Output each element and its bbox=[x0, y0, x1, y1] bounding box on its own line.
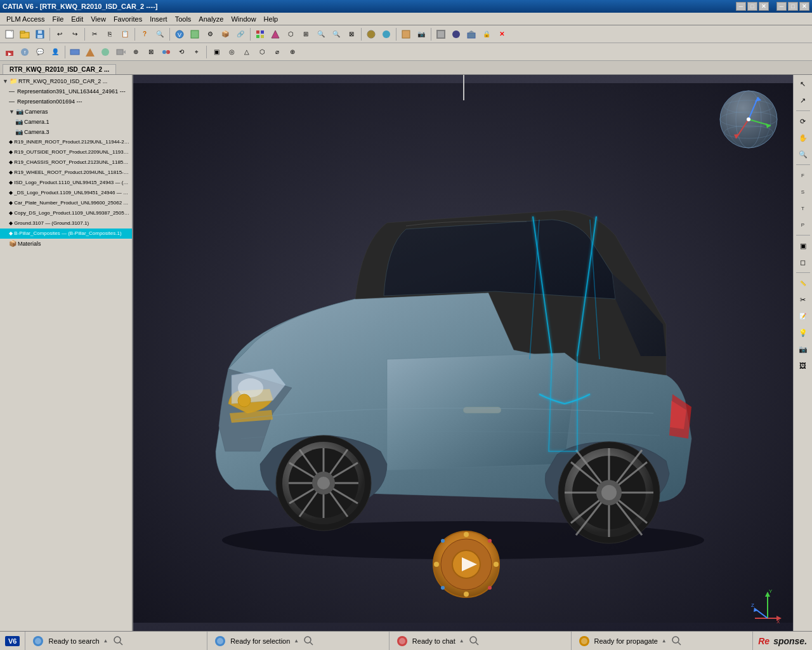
rt-view-front[interactable]: F bbox=[796, 168, 811, 183]
tb-new[interactable] bbox=[3, 27, 16, 41]
tb-stop[interactable]: ✕ bbox=[495, 27, 509, 41]
menu-favorites[interactable]: Favorites bbox=[110, 14, 146, 24]
tb-render1[interactable] bbox=[364, 27, 378, 41]
rt-wire[interactable]: ◻ bbox=[796, 255, 811, 270]
tree-car-plate[interactable]: ◆ Car_Plate_Number_Product_UNL99600_2506… bbox=[0, 198, 132, 208]
tree-isd-logo[interactable]: ◆ ISD_Logo_Product.1110_UNL99415_24943 —… bbox=[0, 178, 132, 188]
tb2-shape3[interactable]: △ bbox=[240, 45, 254, 59]
tb-view1[interactable] bbox=[253, 27, 267, 41]
rt-pan[interactable]: ✋ bbox=[796, 130, 811, 145]
tb-save[interactable] bbox=[33, 27, 47, 41]
tree-root[interactable]: ▼📁RTR_KWQ_R2010_ISD_CAR_2 ... bbox=[0, 76, 132, 86]
tb2-btn7[interactable] bbox=[98, 45, 112, 59]
rt-select[interactable]: ↖ bbox=[796, 76, 811, 91]
tb2-btn13[interactable]: ⌖ bbox=[190, 45, 204, 59]
tree-wheel-root[interactable]: ◆ R19_WHEEL_ROOT_Product.2094UNL_11815-3… bbox=[0, 168, 132, 178]
outer-maximize-btn[interactable]: □ bbox=[788, 2, 798, 11]
tree-item-rep2[interactable]: —Representation001694 --- bbox=[0, 96, 132, 107]
rt-section[interactable]: ✂ bbox=[796, 292, 811, 307]
tree-bpillar[interactable]: ◆ B-Pillar_Composites — (B-Pillar_Compos… bbox=[0, 229, 132, 239]
tree-item-rep1[interactable]: —Representation391_UNL163444_24961 --- bbox=[0, 86, 132, 96]
outer-close-btn[interactable]: ✕ bbox=[799, 2, 809, 11]
tb-extra2[interactable] bbox=[449, 27, 463, 41]
tb-extra1[interactable] bbox=[434, 27, 448, 41]
menu-analyze[interactable]: Analyze bbox=[195, 14, 227, 24]
tb2-btn12[interactable]: ⟲ bbox=[174, 45, 188, 59]
tb2-btn4[interactable]: 👤 bbox=[48, 45, 62, 59]
tree-ds-logo[interactable]: ◆ _DS_Logo_Product.1109_UNL99451_24946 —… bbox=[0, 188, 132, 198]
tree-ground[interactable]: ◆ Ground.3107 — (Ground.3107.1) bbox=[0, 218, 132, 229]
tb-render2[interactable] bbox=[379, 27, 393, 41]
tb2-btn8[interactable] bbox=[114, 45, 128, 59]
tb-extra4[interactable]: 🔒 bbox=[480, 27, 494, 41]
menu-help[interactable]: Help bbox=[260, 14, 282, 24]
inner-minimize-btn[interactable]: ─ bbox=[736, 2, 746, 11]
rt-screenshot[interactable]: 🖼 bbox=[796, 358, 811, 373]
tb2-btn6[interactable] bbox=[83, 45, 97, 59]
tb2-btn9[interactable]: ⊕ bbox=[129, 45, 143, 59]
tb2-shape4[interactable]: ⬡ bbox=[255, 45, 269, 59]
selection-icon[interactable] bbox=[303, 635, 315, 647]
tb2-shape5[interactable]: ⌀ bbox=[270, 45, 284, 59]
tb-fit[interactable]: ⊠ bbox=[344, 27, 358, 41]
tb-material[interactable] bbox=[399, 27, 413, 41]
tree-copy-ds-logo[interactable]: ◆ Copy_DS_Logo_Product.1109_UNL99387_250… bbox=[0, 208, 132, 218]
menu-tools[interactable]: Tools bbox=[171, 14, 195, 24]
menu-file[interactable]: File bbox=[49, 14, 68, 24]
rt-light[interactable]: 💡 bbox=[796, 325, 811, 340]
rt-view-side[interactable]: S bbox=[796, 184, 811, 199]
active-tab[interactable]: RTR_KWQ_R2010_ISD_CAR_2 ... bbox=[3, 64, 116, 74]
playback-controls[interactable] bbox=[431, 529, 495, 593]
propagate-icon[interactable] bbox=[671, 635, 683, 647]
rt-rotate[interactable]: ⟳ bbox=[796, 114, 811, 129]
tb-view2[interactable] bbox=[268, 27, 282, 41]
tree-inner-root[interactable]: ◆ R19_INNER_ROOT_Product.2129UNL_11944-2… bbox=[0, 137, 132, 147]
tb-extra3[interactable] bbox=[464, 27, 478, 41]
tb-redo[interactable]: ↪ bbox=[68, 27, 82, 41]
tb-btn8[interactable]: 📦 bbox=[218, 27, 232, 41]
rt-camera-btn[interactable]: 📷 bbox=[796, 342, 811, 357]
chat-icon[interactable] bbox=[468, 635, 481, 647]
rt-shade[interactable]: ▣ bbox=[796, 238, 811, 253]
tb2-shape1[interactable]: ▣ bbox=[209, 45, 223, 59]
tb2-shape2[interactable]: ◎ bbox=[225, 45, 239, 59]
rt-view-top[interactable]: T bbox=[796, 201, 811, 216]
rt-annotation[interactable]: 📝 bbox=[796, 308, 811, 324]
tb2-btn11[interactable] bbox=[159, 45, 173, 59]
tb-btn6[interactable] bbox=[188, 27, 202, 41]
menu-window[interactable]: Window bbox=[227, 14, 259, 24]
tb-undo[interactable]: ↩ bbox=[53, 27, 67, 41]
tb2-btn3[interactable]: 💬 bbox=[33, 45, 47, 59]
search-icon[interactable] bbox=[112, 635, 125, 647]
menu-plm-access[interactable]: PLM Access bbox=[3, 14, 49, 24]
tb2-btn1[interactable]: ▶ bbox=[3, 45, 16, 59]
tb-view3[interactable]: ⬡ bbox=[284, 27, 298, 41]
tb-search[interactable]: 🔍 bbox=[153, 27, 167, 41]
outer-minimize-btn[interactable]: ─ bbox=[776, 2, 787, 11]
tree-chassis-root[interactable]: ◆ R19_CHASSIS_ROOT_Product.2123UNL_11852… bbox=[0, 157, 132, 168]
tb-btn7[interactable]: ⚙ bbox=[203, 27, 217, 41]
tb-view4[interactable]: ⊞ bbox=[299, 27, 313, 41]
tb-paste[interactable]: 📋 bbox=[118, 27, 132, 41]
tb2-shape6[interactable]: ⊕ bbox=[285, 45, 299, 59]
tree-materials[interactable]: 📦Materials bbox=[0, 239, 132, 249]
tb-open[interactable] bbox=[18, 27, 32, 41]
tb-zoomin[interactable]: 🔍 bbox=[314, 27, 328, 41]
rt-measure[interactable]: 📏 bbox=[796, 275, 811, 291]
tb-cut[interactable]: ✂ bbox=[88, 27, 102, 41]
menu-insert[interactable]: Insert bbox=[146, 14, 171, 24]
menu-view[interactable]: View bbox=[87, 14, 110, 24]
tb-zoomout[interactable]: 🔍 bbox=[329, 27, 343, 41]
tb2-btn2[interactable]: f bbox=[18, 45, 32, 59]
viewport[interactable]: Y X Z bbox=[133, 75, 793, 631]
rt-arrow[interactable]: ↗ bbox=[796, 93, 811, 108]
rt-zoom[interactable]: 🔍 bbox=[796, 147, 811, 162]
tb-photo[interactable]: 📷 bbox=[414, 27, 428, 41]
tb-btn9[interactable]: 🔗 bbox=[233, 27, 247, 41]
tb-copy[interactable]: ⎘ bbox=[103, 27, 117, 41]
tree-camera3[interactable]: 📷Camera.3 bbox=[0, 127, 132, 137]
tb-help[interactable]: ? bbox=[138, 27, 152, 41]
tree-outside-root[interactable]: ◆ R19_OUTSIDE_ROOT_Product.2209UNL_11938… bbox=[0, 147, 132, 157]
inner-close-btn[interactable]: ✕ bbox=[759, 2, 769, 11]
inner-maximize-btn[interactable]: □ bbox=[747, 2, 757, 11]
